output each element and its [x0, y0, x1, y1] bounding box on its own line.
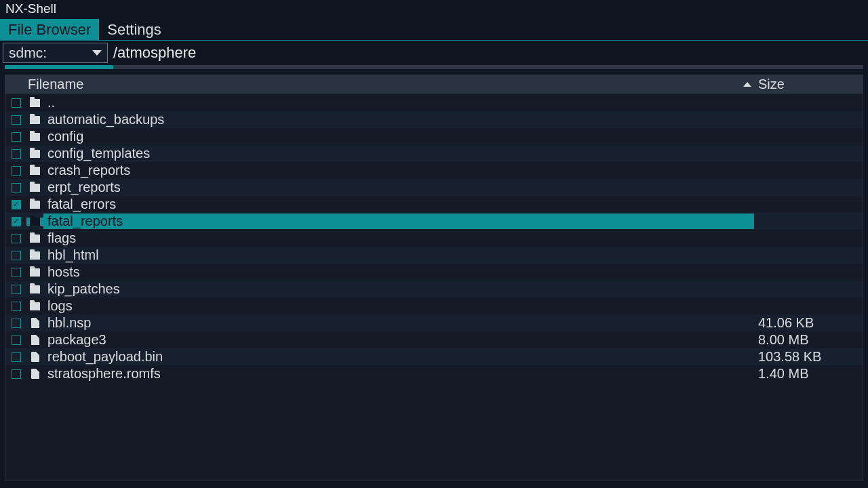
path-bar: sdmc: /atmosphere: [0, 41, 868, 65]
row-checkbox-cell[interactable]: [5, 369, 26, 379]
app-title: NX-Shell: [0, 0, 868, 19]
table-row[interactable]: config: [5, 128, 863, 145]
row-filename: package3: [43, 332, 754, 348]
table-row[interactable]: hbl_html: [5, 247, 863, 264]
table-header: Filename Size: [5, 75, 863, 94]
checkbox-icon[interactable]: [12, 234, 21, 243]
table-row[interactable]: erpt_reports: [5, 179, 863, 196]
folder-icon: [26, 218, 43, 226]
row-filename: hbl.nsp: [43, 315, 754, 331]
checkbox-icon[interactable]: [12, 183, 21, 192]
row-filename: fatal_reports: [43, 214, 754, 229]
drive-label: sdmc:: [9, 45, 47, 61]
table-row[interactable]: kip_patches: [5, 281, 863, 298]
row-filename: fatal_errors: [43, 197, 754, 212]
file-icon: [26, 369, 43, 379]
folder-icon: [26, 99, 43, 107]
indicator-active: [5, 65, 113, 69]
checkbox-icon[interactable]: [12, 302, 21, 311]
row-filename: reboot_payload.bin: [43, 349, 754, 365]
folder-icon: [26, 150, 43, 158]
row-filename: config_templates: [43, 146, 754, 161]
row-checkbox-cell[interactable]: [5, 183, 26, 192]
row-checkbox-cell[interactable]: [5, 285, 26, 294]
column-filename[interactable]: Filename: [26, 77, 754, 92]
row-checkbox-cell[interactable]: [5, 132, 26, 142]
row-checkbox-cell[interactable]: [5, 302, 26, 311]
row-filename: erpt_reports: [43, 180, 754, 195]
row-filename: automatic_backups: [43, 112, 754, 127]
row-filename: crash_reports: [43, 163, 754, 178]
table-row[interactable]: flags: [5, 230, 863, 247]
table-row[interactable]: reboot_payload.bin103.58 KB: [5, 348, 863, 365]
table-row[interactable]: automatic_backups: [5, 111, 863, 128]
table-row[interactable]: logs: [5, 298, 863, 314]
row-checkbox-cell[interactable]: [5, 217, 26, 226]
chevron-down-icon: [92, 50, 102, 56]
checkbox-icon[interactable]: [12, 149, 21, 159]
row-filename: flags: [43, 230, 754, 246]
checkbox-icon[interactable]: [12, 115, 21, 125]
folder-icon: [26, 251, 43, 260]
row-checkbox-cell[interactable]: [5, 149, 26, 159]
file-table: Filename Size ..automatic_backupsconfigc…: [5, 75, 863, 481]
row-checkbox-cell[interactable]: [5, 115, 26, 125]
checkbox-icon[interactable]: [12, 285, 21, 294]
table-body: ..automatic_backupsconfigconfig_template…: [5, 94, 863, 481]
tab-settings[interactable]: Settings: [99, 19, 170, 40]
checkbox-icon[interactable]: [12, 132, 21, 142]
table-row[interactable]: fatal_reports: [5, 213, 863, 230]
folder-icon: [26, 235, 43, 243]
checkbox-icon[interactable]: [12, 319, 21, 328]
table-row[interactable]: config_templates: [5, 145, 863, 162]
folder-icon: [26, 285, 43, 293]
drive-selector[interactable]: sdmc:: [3, 43, 108, 63]
checkbox-icon[interactable]: [12, 369, 21, 379]
folder-icon: [26, 302, 43, 310]
current-path: /atmosphere: [113, 44, 196, 62]
folder-icon: [26, 116, 43, 124]
row-size: 103.58 KB: [754, 349, 863, 365]
checkbox-icon[interactable]: [12, 352, 21, 362]
checkbox-icon[interactable]: [12, 200, 21, 209]
table-row[interactable]: crash_reports: [5, 162, 863, 179]
row-checkbox-cell[interactable]: [5, 200, 26, 209]
folder-icon: [26, 268, 43, 277]
table-row[interactable]: fatal_errors: [5, 196, 863, 213]
file-icon: [26, 318, 43, 328]
folder-icon: [26, 201, 43, 209]
row-checkbox-cell[interactable]: [5, 234, 26, 243]
checkbox-icon[interactable]: [12, 336, 21, 345]
tab-bar: File Browser Settings: [0, 19, 868, 41]
row-filename: ..: [43, 95, 754, 110]
column-size[interactable]: Size: [754, 77, 863, 92]
checkbox-icon[interactable]: [12, 217, 21, 226]
row-checkbox-cell[interactable]: [5, 352, 26, 362]
row-checkbox-cell[interactable]: [5, 336, 26, 345]
row-checkbox-cell[interactable]: [5, 166, 26, 176]
row-size: 8.00 MB: [754, 332, 863, 348]
row-filename: config: [43, 129, 754, 144]
table-row[interactable]: package38.00 MB: [5, 331, 863, 348]
row-size: 1.40 MB: [754, 366, 863, 382]
row-checkbox-cell[interactable]: [5, 251, 26, 260]
table-row[interactable]: stratosphere.romfs1.40 MB: [5, 365, 863, 382]
table-row[interactable]: ..: [5, 94, 863, 111]
table-row[interactable]: hosts: [5, 264, 863, 281]
checkbox-icon[interactable]: [12, 166, 21, 176]
sort-asc-icon: [743, 82, 751, 87]
checkbox-icon[interactable]: [12, 268, 21, 277]
file-icon: [26, 335, 43, 345]
folder-icon: [26, 184, 43, 192]
row-filename: logs: [43, 298, 754, 314]
folder-icon: [26, 133, 43, 141]
checkbox-icon[interactable]: [12, 251, 21, 260]
row-checkbox-cell[interactable]: [5, 98, 26, 108]
tab-file-browser[interactable]: File Browser: [0, 19, 99, 40]
table-row[interactable]: hbl.nsp41.06 KB: [5, 314, 863, 331]
row-filename: hbl_html: [43, 247, 754, 263]
row-checkbox-cell[interactable]: [5, 268, 26, 277]
file-icon: [26, 352, 43, 362]
checkbox-icon[interactable]: [12, 98, 21, 108]
row-checkbox-cell[interactable]: [5, 319, 26, 328]
